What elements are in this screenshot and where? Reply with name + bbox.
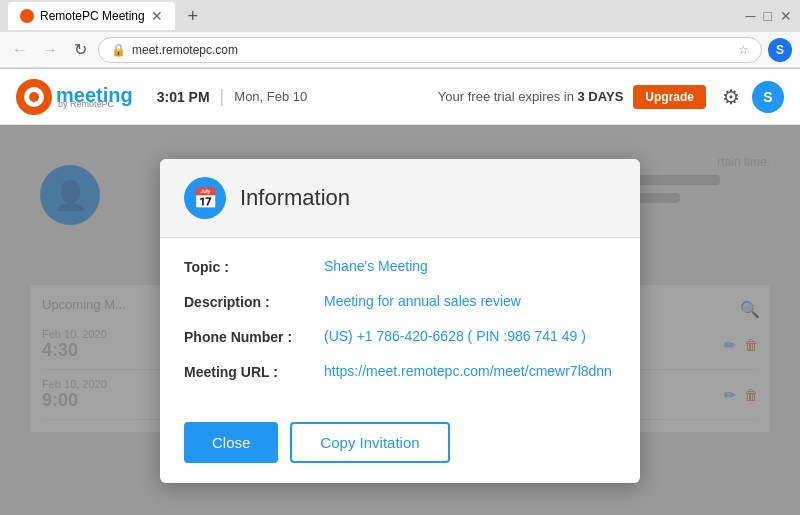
chrome-profile-icon[interactable]: S [768,38,792,62]
url-value: https://meet.remotepc.com/meet/cmewr7l8d… [324,363,612,379]
forward-button[interactable]: → [38,38,62,62]
browser-chrome: RemotePC Meeting ✕ + ─ □ ✕ ← → ↻ 🔒 meet.… [0,0,800,69]
logo-area: meeting by RemotePC [16,79,133,115]
url-row: Meeting URL : https://meet.remotepc.com/… [184,363,616,380]
topic-value: Shane's Meeting [324,258,428,274]
modal-footer: Close Copy Invitation [160,408,640,483]
upgrade-button[interactable]: Upgrade [633,85,706,109]
window-maximize-button[interactable]: □ [764,8,772,24]
topic-label: Topic : [184,258,324,275]
bookmark-icon[interactable]: ☆ [738,43,749,57]
tab-close-icon[interactable]: ✕ [151,8,163,24]
logo-icon [16,79,52,115]
address-text: meet.remotepc.com [132,43,238,57]
header-time: 3:01 PM [157,89,210,105]
modal-calendar-icon: 📅 [184,177,226,219]
header-divider: | [220,86,225,107]
user-avatar[interactable]: S [752,81,784,113]
modal-body: Topic : Shane's Meeting Description : Me… [160,238,640,408]
address-bar[interactable]: 🔒 meet.remotepc.com ☆ [98,37,762,63]
browser-tab[interactable]: RemotePC Meeting ✕ [8,2,175,30]
trial-days: 3 DAYS [578,89,624,104]
tab-favicon-icon [20,9,34,23]
back-button[interactable]: ← [8,38,32,62]
information-modal: 📅 Information Topic : Shane's Meeting De… [160,159,640,483]
phone-value: (US) +1 786-420-6628 ( PIN :986 741 49 ) [324,328,586,344]
browser-toolbar: ← → ↻ 🔒 meet.remotepc.com ☆ S [0,32,800,68]
new-tab-button[interactable]: + [179,2,207,30]
description-label: Description : [184,293,324,310]
modal-title: Information [240,185,350,211]
close-button[interactable]: Close [184,422,278,463]
app-header: meeting by RemotePC 3:01 PM | Mon, Feb 1… [0,69,800,125]
modal-header: 📅 Information [160,159,640,238]
window-close-button[interactable]: ✕ [780,8,792,24]
browser-titlebar: RemotePC Meeting ✕ + ─ □ ✕ [0,0,800,32]
settings-icon[interactable]: ⚙ [722,85,740,109]
main-content: 👤 rtain time. Upcoming M... Feb 10, 2020… [0,125,800,515]
phone-row: Phone Number : (US) +1 786-420-6628 ( PI… [184,328,616,345]
topic-row: Topic : Shane's Meeting [184,258,616,275]
refresh-button[interactable]: ↻ [68,38,92,62]
description-value: Meeting for annual sales review [324,293,521,309]
url-label: Meeting URL : [184,363,324,380]
svg-point-2 [29,92,39,102]
header-date: Mon, Feb 10 [234,89,307,104]
calendar-icon-symbol: 📅 [193,186,218,210]
header-trial-notice: Your free trial expires in 3 DAYS [438,89,623,104]
secure-icon: 🔒 [111,43,126,57]
description-row: Description : Meeting for annual sales r… [184,293,616,310]
phone-label: Phone Number : [184,328,324,345]
trial-text: Your free trial expires in [438,89,578,104]
copy-invitation-button[interactable]: Copy Invitation [290,422,449,463]
window-minimize-button[interactable]: ─ [746,8,756,24]
tab-title: RemotePC Meeting [40,9,145,23]
modal-overlay: 📅 Information Topic : Shane's Meeting De… [0,125,800,515]
